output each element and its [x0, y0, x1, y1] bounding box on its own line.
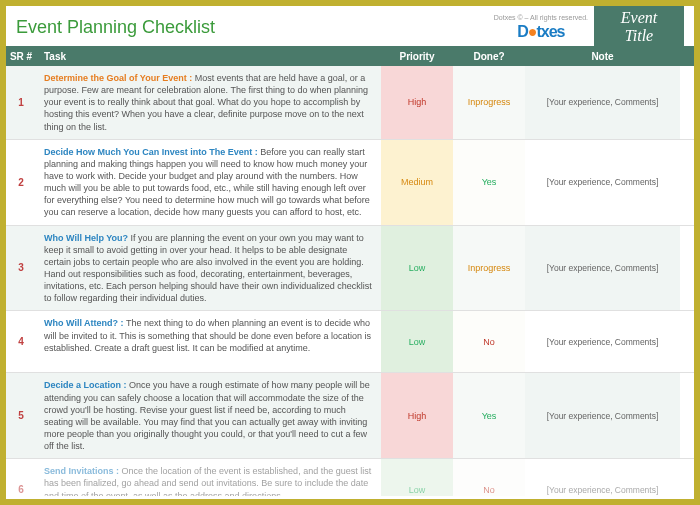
done-value: No	[483, 337, 495, 347]
table-row: 4Who Will Attend? : The next thing to do…	[6, 311, 694, 373]
cell-sr: 2	[6, 140, 36, 225]
cell-sr: 5	[6, 373, 36, 458]
cell-task[interactable]: Determine the Goal of Your Event : Most …	[36, 66, 381, 139]
cell-task[interactable]: Decide a Location : Once you have a roug…	[36, 373, 381, 458]
done-value: Yes	[482, 411, 497, 421]
cell-task[interactable]: Who Will Attend? : The next thing to do …	[36, 311, 381, 372]
cell-done[interactable]: No	[453, 311, 525, 372]
cell-priority[interactable]: Low	[381, 459, 453, 496]
task-title: Determine the Goal of Your Event :	[44, 73, 192, 83]
priority-value: High	[408, 97, 427, 107]
task-desc: If you are planning the event on your ow…	[44, 233, 372, 304]
priority-value: Low	[409, 485, 426, 495]
done-value: Inprogress	[468, 263, 511, 273]
priority-value: Low	[409, 263, 426, 273]
logo-text: D●txes	[517, 23, 564, 40]
cell-sr: 1	[6, 66, 36, 139]
col-header-done: Done?	[453, 51, 525, 62]
task-title: Who Will Attend? :	[44, 318, 124, 328]
done-value: No	[483, 485, 495, 495]
cell-note[interactable]: [Your experience, Comments]	[525, 66, 680, 139]
table-row: 5Decide a Location : Once you have a rou…	[6, 373, 694, 459]
cell-priority[interactable]: High	[381, 66, 453, 139]
cell-note[interactable]: [Your experience, Comments]	[525, 459, 680, 496]
cell-sr: 3	[6, 226, 36, 311]
task-desc: Once you have a rough estimate of how ma…	[44, 380, 370, 451]
cell-done[interactable]: Inprogress	[453, 66, 525, 139]
cell-done[interactable]: Yes	[453, 373, 525, 458]
done-value: Inprogress	[468, 97, 511, 107]
task-title: Send Invitations :	[44, 466, 119, 476]
page-title: Event Planning Checklist	[16, 17, 215, 38]
table-row: 1Determine the Goal of Your Event : Most…	[6, 66, 694, 140]
table-row: 2Decide How Much You Can Invest into The…	[6, 140, 694, 226]
cell-done[interactable]: Inprogress	[453, 226, 525, 311]
cell-priority[interactable]: Medium	[381, 140, 453, 225]
cell-done[interactable]: No	[453, 459, 525, 496]
cell-done[interactable]: Yes	[453, 140, 525, 225]
priority-value: Low	[409, 337, 426, 347]
col-header-note: Note	[525, 51, 680, 62]
col-header-sr: SR #	[6, 51, 36, 62]
cell-note[interactable]: [Your experience, Comments]	[525, 373, 680, 458]
cell-priority[interactable]: High	[381, 373, 453, 458]
cell-note[interactable]: [Your experience, Comments]	[525, 140, 680, 225]
cell-note[interactable]: [Your experience, Comments]	[525, 311, 680, 372]
col-header-task: Task	[36, 51, 381, 62]
priority-value: Medium	[401, 177, 433, 187]
table-row: 3Who Will Help You? If you are planning …	[6, 226, 694, 312]
task-title: Who Will Help You?	[44, 233, 128, 243]
logo-copyright: Dotxes © – All rights reserved.	[494, 14, 588, 21]
cell-priority[interactable]: Low	[381, 226, 453, 311]
cell-priority[interactable]: Low	[381, 311, 453, 372]
cell-task[interactable]: Send Invitations : Once the location of …	[36, 459, 381, 496]
priority-value: High	[408, 411, 427, 421]
task-title: Decide a Location :	[44, 380, 127, 390]
cell-note[interactable]: [Your experience, Comments]	[525, 226, 680, 311]
done-value: Yes	[482, 177, 497, 187]
col-header-priority: Priority	[381, 51, 453, 62]
task-desc: Before you can really start planning and…	[44, 147, 370, 218]
logo: Dotxes © – All rights reserved. D●txes	[494, 14, 588, 41]
table-row: 6Send Invitations : Once the location of…	[6, 459, 694, 496]
cell-sr: 6	[6, 459, 36, 496]
cell-sr: 4	[6, 311, 36, 372]
cell-task[interactable]: Who Will Help You? If you are planning t…	[36, 226, 381, 311]
cell-task[interactable]: Decide How Much You Can Invest into The …	[36, 140, 381, 225]
task-title: Decide How Much You Can Invest into The …	[44, 147, 258, 157]
event-title-box[interactable]: Event Title	[594, 3, 684, 51]
header: Event Planning Checklist Dotxes © – All …	[6, 6, 694, 46]
table-body: 1Determine the Goal of Your Event : Most…	[6, 66, 694, 496]
header-right: Dotxes © – All rights reserved. D●txes E…	[494, 3, 684, 51]
